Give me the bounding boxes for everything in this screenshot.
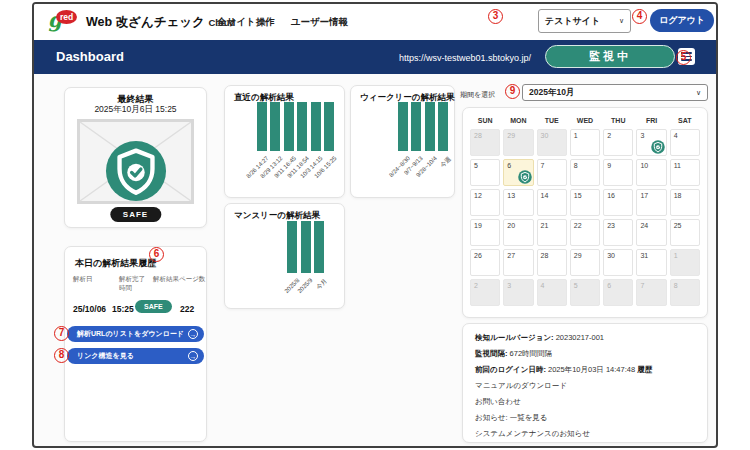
calendar-day[interactable]: 1 [570,129,600,156]
calendar-day[interactable]: 12 [470,189,500,216]
x-axis-label: 今週 [439,155,454,170]
arrow-circle-icon: → [188,351,198,361]
info-line-4[interactable]: お問い合わせ [475,397,695,407]
download-url-list-button[interactable]: 解析URLのリストをダウンロード → [67,326,204,342]
calendar-day[interactable]: 17 [636,189,666,216]
calendar-day-today[interactable]: 6 [503,159,533,186]
day-number: 24 [640,222,648,229]
day-number: 30 [541,132,549,139]
annotation-3: 3 [488,9,503,24]
app-title-text: Web 改ざんチェック [86,15,205,29]
calendar-day[interactable]: 19 [470,219,500,246]
info-label: 監視間隔: [475,349,508,358]
weekly-results-card: ウィークリーの解析結果 8/24~8/309/7~9/139/28~10/4今週 [350,85,455,198]
view-link-structure-label: リンク構造を見る [77,351,134,361]
weekday-header: TUE [537,115,567,126]
day-number: 8 [574,162,578,169]
day-number: 9 [607,162,611,169]
calendar-day[interactable]: 24 [636,219,666,246]
calendar-day[interactable]: 26 [470,249,500,276]
calendar-day[interactable]: 7 [537,159,567,186]
day-number: 7 [640,282,644,289]
info-value: システムメンテナンスのお知らせ [475,429,590,438]
calendar-day[interactable]: 31 [636,249,666,276]
gred-logo: gred [48,8,77,32]
calendar-day: 8 [670,279,700,306]
chevron-down-icon: ∨ [696,89,701,97]
day-number: 4 [674,132,678,139]
calendar-day[interactable]: 22 [570,219,600,246]
period-select[interactable]: 2025年10月 ∨ [522,84,708,101]
annotation-9: 9 [505,84,520,99]
bar [297,102,307,151]
calendar-day[interactable]: 23 [603,219,633,246]
recent-results-card: 直近の解析結果 8/26 14:278/29 13:129/11 16:459/… [224,85,345,198]
calendar-day[interactable]: 25 [670,219,700,246]
site-select[interactable]: テストサイト ∨ [538,9,631,33]
day-number: 3 [507,282,511,289]
calendar-day[interactable]: 2 [603,129,633,156]
calendar-day[interactable]: 20 [503,219,533,246]
today-history-card: 本日の解析結果履歴 解析日 解析完了時間 解析結果 ページ数 25/10/06 … [64,246,207,442]
day-number: 17 [640,192,648,199]
col-header-pages: ページ数 [179,275,206,284]
calendar-day[interactable]: 10 [636,159,666,186]
nav-item-1[interactable]: ユーザー情報 [291,16,348,29]
nav-item-0[interactable]: 全サイト操作 [217,16,275,29]
day-number: 26 [474,252,482,259]
calendar-day[interactable]: 8 [570,159,600,186]
day-number: 8 [674,282,678,289]
calendar-day[interactable]: 14 [537,189,567,216]
safe-shield-icon [105,140,167,202]
calendar-day[interactable]: 28 [537,249,567,276]
bar [398,102,408,151]
calendar-day: 6 [603,279,633,306]
calendar-day[interactable]: 11 [670,159,700,186]
day-number: 18 [674,192,682,199]
calendar-day[interactable]: 18 [670,189,700,216]
day-number: 10 [640,162,648,169]
history-link[interactable]: 履歴 [637,365,652,374]
calendar-day[interactable]: 15 [570,189,600,216]
chevron-down-icon: ∨ [619,17,624,25]
info-line-6[interactable]: システムメンテナンスのお知らせ [475,429,695,439]
bar [284,102,294,151]
info-line-1: 監視間隔: 672時間間隔 [475,349,695,359]
calendar-day: 28 [470,129,500,156]
site-select-value: テストサイト [545,15,600,28]
info-line-3[interactable]: マニュアルのダウンロード [475,381,695,391]
calendar-day[interactable]: 13 [503,189,533,216]
calendar-day[interactable]: 21 [537,219,567,246]
calendar-day[interactable]: 3 [636,129,666,156]
bar [324,102,334,151]
calendar-day[interactable]: 30 [603,249,633,276]
calendar-card: SUNMONTUEWEDTHUFRISAT2829301234567891011… [462,107,708,318]
logout-button[interactable]: ログアウト [650,9,714,32]
bar [287,221,297,273]
dashboard-bar: Dashboard https://wsv-testweb01.sbtokyo.… [34,40,716,74]
bar [411,102,421,151]
day-number: 7 [541,162,545,169]
recent-results-chart: 8/26 14:278/29 13:129/11 16:459/11 18:54… [225,86,344,197]
calendar-day[interactable]: 27 [503,249,533,276]
bar [257,102,267,151]
day-number: 29 [507,132,515,139]
calendar-day[interactable]: 9 [603,159,633,186]
info-line-5[interactable]: お知らせ: 一覧を見る [475,413,695,423]
view-link-structure-button[interactable]: リンク構造を見る → [67,348,204,364]
info-value: マニュアルのダウンロード [475,381,567,390]
day-number: 5 [474,162,478,169]
calendar-day[interactable]: 29 [570,249,600,276]
day-number: 6 [507,162,511,169]
weekday-header: FRI [636,115,666,126]
history-date: 25/10/06 [73,304,106,314]
calendar-day[interactable]: 5 [470,159,500,186]
calendar-day[interactable]: 16 [603,189,633,216]
calendar-day[interactable]: 4 [670,129,700,156]
monthly-results-card: マンスリーの解析結果 2025/82025/9今月 [224,203,345,309]
day-number: 25 [674,222,682,229]
monitoring-status-button[interactable]: 監視中 [545,45,675,68]
day-number: 11 [674,162,681,169]
info-lines: 検知ルールバージョン: 20230217-001監視間隔: 672時間間隔前回の… [475,333,695,439]
bar [270,102,280,151]
